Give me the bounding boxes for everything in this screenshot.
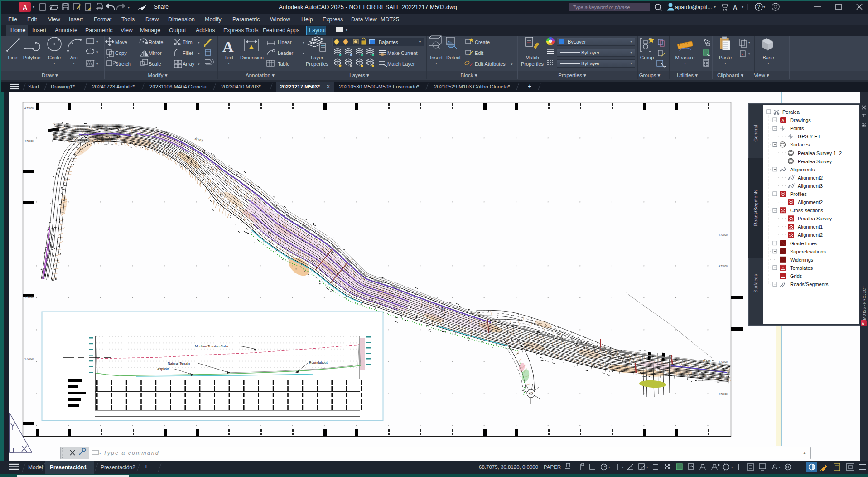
svg-text:A: A bbox=[222, 38, 234, 55]
svg-text:▾: ▾ bbox=[731, 466, 733, 469]
svg-text:✓: ✓ bbox=[469, 63, 473, 67]
svg-text:▾: ▾ bbox=[96, 62, 98, 65]
svg-text:▾: ▾ bbox=[96, 40, 98, 43]
svg-text:▾: ▾ bbox=[96, 50, 98, 54]
svg-text:▾: ▾ bbox=[608, 466, 610, 469]
svg-text:A: A bbox=[733, 4, 738, 11]
svg-text:▾: ▾ bbox=[128, 5, 130, 10]
svg-text:▾: ▾ bbox=[748, 52, 750, 55]
svg-text:▾: ▾ bbox=[622, 466, 624, 469]
svg-text:▾: ▾ bbox=[779, 466, 781, 469]
svg-text:?: ? bbox=[757, 5, 760, 10]
svg-text:▾: ▾ bbox=[646, 466, 648, 469]
svg-text:A: A bbox=[781, 118, 785, 123]
svg-text:▾: ▾ bbox=[99, 452, 101, 455]
svg-text:▾: ▾ bbox=[748, 41, 750, 44]
